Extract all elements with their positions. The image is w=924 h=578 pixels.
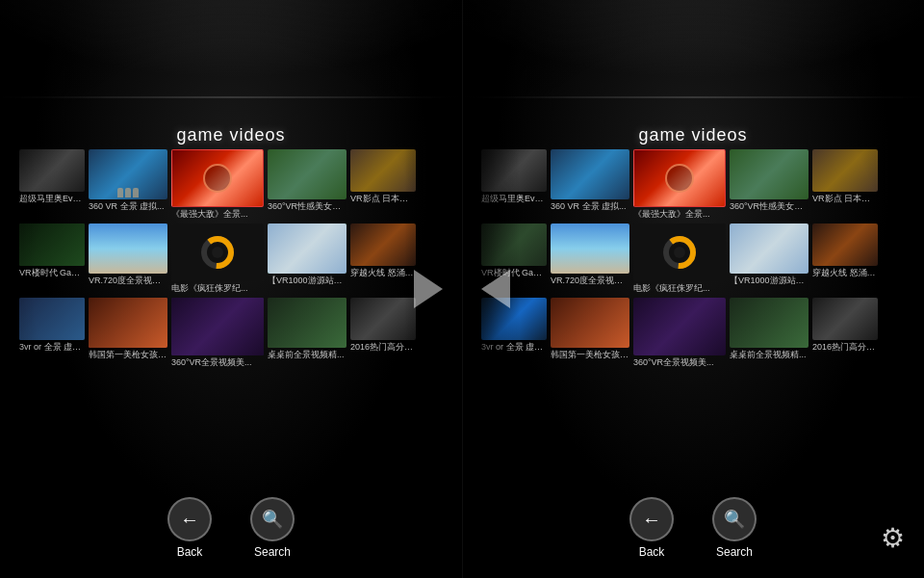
search-icon: 🔍: [262, 509, 283, 530]
list-item[interactable]: 360°VR性感美女舞...: [730, 149, 808, 212]
list-item[interactable]: 超级马里奥Every S...: [19, 149, 85, 204]
list-item[interactable]: 桌桌前全景视频精...: [730, 298, 808, 360]
right-row-2: VR楼时代 Game of... VR.720度全景视频...: [481, 223, 905, 294]
thumbnail: [633, 298, 726, 355]
search-icon-circle: 🔍: [712, 497, 757, 541]
center-divider: [462, 0, 463, 578]
list-item[interactable]: 穿越火线 怒涌 V...: [812, 223, 878, 278]
back-icon: ←: [180, 509, 199, 531]
video-label: VR.720度全景视频...: [89, 276, 167, 286]
video-label: 电影《疯狂侏罗纪...: [171, 283, 264, 294]
video-label: 桌桌前全景视频精...: [268, 350, 346, 360]
thumbnail: [551, 298, 629, 348]
video-label: VR.720度全景视频...: [551, 276, 629, 286]
thumbnail: [481, 149, 547, 192]
list-item[interactable]: 【VR1000游源站】...: [730, 223, 808, 286]
video-label: 360°VR全景视频美...: [633, 357, 726, 368]
left-panel-title: game videos: [0, 125, 462, 145]
thumbnail: [350, 223, 416, 266]
list-item[interactable]: 360°VR全景视频美...: [171, 298, 264, 368]
back-icon-circle: ←: [167, 497, 212, 541]
video-label: 360°VR全景视频美...: [171, 357, 264, 368]
video-label: VR影点 日本妹子的...: [812, 194, 878, 204]
back-icon-circle: ←: [629, 497, 674, 541]
thumbnail: [171, 223, 264, 281]
list-item[interactable]: 桌桌前全景视频精...: [268, 298, 346, 360]
video-label: 360 VR 全景 虚拟...: [89, 201, 167, 212]
video-label: 电影《疯狂侏罗纪...: [633, 283, 726, 294]
list-item[interactable]: 韩国第一美枪女孩3...: [89, 298, 167, 360]
thumbnail: [812, 149, 878, 192]
thumbnail: [171, 298, 264, 355]
thumbnail: [812, 298, 878, 340]
right-bottom-controls: ← Back 🔍 Search: [462, 497, 924, 559]
search-icon: 🔍: [724, 509, 745, 530]
list-item[interactable]: 超级马里奥Every S...: [481, 149, 547, 204]
back-label: Back: [639, 545, 665, 559]
svg-point-2: [212, 247, 223, 258]
thumbnail: [350, 149, 416, 192]
right-row-3: 3vr or 全景 虚拟... 韩国第一美枪女孩3... 360°VR全景视频美…: [481, 298, 905, 368]
thumbnail: [19, 298, 85, 340]
arrow-left-icon: [481, 270, 510, 308]
list-item[interactable]: 电影《疯狂侏罗纪...: [633, 223, 726, 294]
right-back-button[interactable]: ← Back: [629, 497, 674, 559]
left-back-button[interactable]: ← Back: [167, 497, 212, 559]
left-row-1: 超级马里奥Every S... 360 VR 全景 虚拟...: [19, 149, 443, 220]
right-search-button[interactable]: 🔍 Search: [712, 497, 757, 559]
right-row-1: 超级马里奥Every S... 360 VR 全景 虚拟... 《最强大敌》全景…: [481, 149, 905, 220]
list-item[interactable]: 360°VR性感美女舞...: [268, 149, 346, 212]
video-label: 3vr or 全景 虚拟...: [481, 342, 547, 353]
thumbnail: [171, 149, 264, 207]
list-item[interactable]: VR.720度全景视频...: [551, 223, 629, 286]
left-search-button[interactable]: 🔍 Search: [250, 497, 295, 559]
list-item[interactable]: 2016热门高分美剧...: [812, 298, 878, 353]
list-item[interactable]: 360°VR全景视频美...: [633, 298, 726, 368]
thumbnail: [19, 223, 85, 266]
thumbnail: [89, 149, 167, 199]
thumbnail: [268, 298, 346, 348]
video-label: 超级马里奥Every S...: [19, 194, 85, 204]
list-item[interactable]: 3vr or 全景 虚拟...: [19, 298, 85, 353]
thumbnail: [551, 149, 629, 199]
list-item[interactable]: 《最强大敌》全景...: [171, 149, 264, 220]
left-nav-arrow[interactable]: [404, 265, 452, 313]
left-row-2: VR楼时代 Game of... VR.720度全景视频...: [19, 223, 443, 294]
list-item[interactable]: 【VR1000游源站】...: [268, 223, 346, 286]
list-item[interactable]: VR楼时代 Game of...: [19, 223, 85, 278]
thumbnail: [633, 223, 726, 281]
list-item[interactable]: 360 VR 全景 虚拟...: [89, 149, 167, 212]
arrow-right-icon: [414, 270, 443, 308]
left-row-3: 3vr or 全景 虚拟... 韩国第一美枪女孩3...: [19, 298, 443, 368]
video-label: 韩国第一美枪女孩3...: [89, 350, 167, 360]
video-label: 穿越火线 怒涌 V...: [812, 268, 878, 278]
video-label: 2016热门高分美剧...: [812, 342, 878, 353]
video-label: VR影点 日本妹子的...: [350, 194, 416, 204]
list-item[interactable]: 360 VR 全景 虚拟...: [551, 149, 629, 212]
list-item[interactable]: 韩国第一美枪女孩3...: [551, 298, 629, 360]
back-label: Back: [177, 545, 203, 559]
back-icon: ←: [642, 509, 661, 531]
donut-chart: [661, 234, 698, 271]
list-item[interactable]: VR影点 日本妹子的...: [812, 149, 878, 204]
video-label: 韩国第一美枪女孩3...: [551, 350, 629, 360]
video-label: 【VR1000游源站】...: [268, 276, 346, 286]
search-label: Search: [254, 545, 291, 559]
thumbnail: [19, 149, 85, 192]
list-item[interactable]: 《最强大敌》全景...: [633, 149, 726, 220]
thumbnail: [89, 223, 167, 274]
video-label: 360°VR性感美女舞...: [730, 201, 808, 212]
thumbnail: [89, 298, 167, 348]
list-item[interactable]: VR.720度全景视频...: [89, 223, 167, 286]
right-video-grid: 超级马里奥Every S... 360 VR 全景 虚拟... 《最强大敌》全景…: [481, 149, 905, 371]
list-item[interactable]: 电影《疯狂侏罗纪...: [171, 223, 264, 294]
settings-button[interactable]: ⚙: [881, 522, 905, 554]
list-item[interactable]: VR影点 日本妹子的...: [350, 149, 416, 204]
left-video-grid: 超级马里奥Every S... 360 VR 全景 虚拟...: [19, 149, 443, 371]
left-panel: game videos 超级马里奥Every S... 36: [0, 0, 462, 578]
left-horizon: [0, 96, 462, 98]
right-panel-title: game videos: [462, 125, 924, 145]
video-label: 2016热门高分美剧...: [350, 342, 416, 353]
right-nav-arrow[interactable]: [472, 265, 520, 313]
search-icon-circle: 🔍: [250, 497, 295, 541]
